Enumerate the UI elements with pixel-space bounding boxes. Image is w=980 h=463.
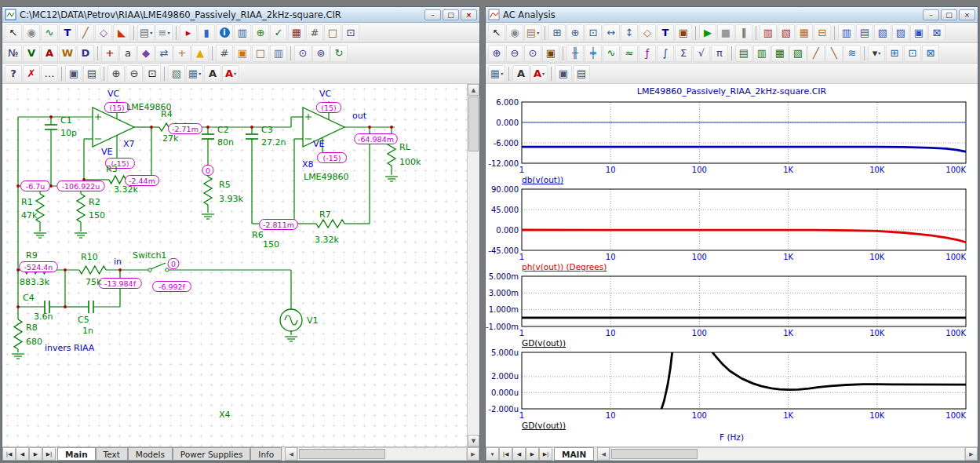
- zoom-out-icon[interactable]: ⊖: [126, 65, 143, 82]
- trace-label-1[interactable]: db(v(out)): [522, 175, 978, 185]
- overlap-icon[interactable]: ▨: [892, 24, 909, 42]
- check-icon[interactable]: ✓: [270, 24, 287, 42]
- measurement-bubble-b-r4[interactable]: -2.71m: [169, 124, 202, 134]
- restore-button[interactable]: □: [941, 9, 957, 20]
- nav-button-3[interactable]: ▶|: [42, 447, 56, 461]
- trace-label-3[interactable]: GD(v(out)): [522, 338, 978, 348]
- measurement-bubble-b-out[interactable]: -64.984m: [355, 134, 397, 144]
- label-vc1[interactable]: VC: [107, 89, 120, 99]
- label-c2-val[interactable]: 80n: [217, 137, 234, 148]
- label-r4-val[interactable]: 27k: [162, 133, 179, 144]
- tab-main[interactable]: Main: [57, 447, 96, 461]
- label-out-label[interactable]: out: [352, 111, 367, 121]
- select-mode-icon[interactable]: ↖: [5, 24, 22, 42]
- label-r3-val[interactable]: 3.32k: [114, 184, 138, 195]
- horizontal-scrollbar[interactable]: ◀ ▶: [285, 447, 479, 461]
- scroll-left-icon[interactable]: ◀: [597, 447, 610, 461]
- minimize-button[interactable]: –: [923, 9, 939, 20]
- measurement-bubble-b-vc2[interactable]: (15): [316, 103, 341, 113]
- nav-button-2[interactable]: ◀: [512, 447, 526, 461]
- label-r10-val[interactable]: 75k: [86, 277, 102, 287]
- label-r9-ref[interactable]: R9: [26, 250, 38, 261]
- label-invers[interactable]: invers RIAA: [45, 343, 95, 353]
- label-r8-ref[interactable]: R8: [26, 323, 38, 333]
- refresh-icon[interactable]: ↻: [330, 45, 348, 62]
- ac-analysis-titlebar[interactable]: AC Analysis –□×: [486, 7, 978, 23]
- cross-hair-icon[interactable]: +: [173, 45, 191, 62]
- scope-icon[interactable]: ⊞: [548, 24, 566, 42]
- label-r1-ref[interactable]: R1: [21, 197, 33, 207]
- file-menu-icon[interactable]: ▤▾: [524, 24, 541, 42]
- measurement-bubble-b-r9[interactable]: -524.4n: [20, 262, 58, 272]
- grid-icon[interactable]: #: [306, 24, 323, 42]
- watch-icon[interactable]: ⊟: [814, 24, 831, 42]
- sum-icon[interactable]: Σ: [675, 45, 692, 62]
- label-x8-ref[interactable]: X8: [302, 159, 314, 170]
- nav-button-1[interactable]: |◀: [499, 447, 512, 461]
- zoom-in-icon[interactable]: ⊕: [107, 65, 125, 82]
- label-v1-ref[interactable]: V1: [307, 315, 319, 326]
- globe-icon[interactable]: ⊕: [252, 24, 269, 42]
- analysis-horizontal-scrollbar[interactable]: ◀ ▶: [597, 447, 978, 461]
- label-r3-ref[interactable]: R3: [106, 164, 118, 174]
- zoom-in-icon[interactable]: ⊕: [488, 45, 505, 62]
- search-icon[interactable]: ⊙: [294, 45, 311, 62]
- graphics-mode-icon[interactable]: ◇: [95, 24, 112, 42]
- font-icon[interactable]: A: [512, 65, 530, 82]
- title-block-icon[interactable]: □: [252, 45, 269, 62]
- font-icon[interactable]: A: [204, 65, 221, 82]
- model-book-icon[interactable]: ▦: [288, 24, 305, 42]
- label-c3-val[interactable]: 27.2n: [261, 137, 286, 148]
- label-in-label[interactable]: in: [114, 257, 122, 267]
- label-r2-val[interactable]: 150: [89, 210, 105, 221]
- three-d-icon[interactable]: ▧: [789, 45, 807, 62]
- measurement-bubble-b-n1[interactable]: -6.7u: [21, 181, 50, 191]
- label-c5-val[interactable]: 1n: [82, 326, 93, 336]
- properties-icon[interactable]: ▣: [675, 24, 692, 42]
- measurement-bubble-b-r6[interactable]: -2.811m: [260, 220, 298, 230]
- measurement-bubble-b-sw0[interactable]: 0: [168, 259, 179, 269]
- label-c1-val[interactable]: 10p: [60, 128, 77, 138]
- scroll-down-icon[interactable]: ▼: [468, 435, 479, 447]
- label-rl-ref[interactable]: RL: [399, 142, 411, 152]
- horizontal-tag-icon[interactable]: ↔: [603, 24, 620, 42]
- flag-mode-icon[interactable]: ◣: [113, 24, 130, 42]
- paste-page-icon[interactable]: ▤: [83, 65, 100, 82]
- label-r2-ref[interactable]: R2: [89, 197, 100, 207]
- label-x4-ref[interactable]: X4: [219, 410, 231, 420]
- smoothing-icon[interactable]: ≈: [621, 45, 638, 62]
- pin-connections-icon[interactable]: +: [101, 45, 118, 62]
- paste-page-icon[interactable]: ▤: [573, 65, 590, 82]
- pin-numbers-icon[interactable]: ◆: [137, 45, 155, 62]
- measurement-bubble-b-ve2[interactable]: (-15): [318, 153, 347, 163]
- nav-button-1[interactable]: ◀: [16, 447, 29, 461]
- tab-text[interactable]: Text: [96, 447, 128, 461]
- tab-power-supplies[interactable]: Power Supplies: [173, 447, 251, 461]
- horizontal-scroll-thumb[interactable]: [299, 449, 385, 459]
- close-button[interactable]: ×: [461, 9, 477, 20]
- flag-icon[interactable]: ▸: [180, 24, 197, 42]
- nav-button-2[interactable]: ▶: [29, 447, 42, 461]
- measurement-bubble-b-vc1[interactable]: (15): [104, 103, 129, 113]
- help-button-icon[interactable]: ?: [5, 65, 22, 82]
- zoom-fit-icon[interactable]: ⊙: [524, 45, 541, 62]
- highlight-icon[interactable]: ▮: [198, 24, 215, 42]
- measurement-bubble-b-sw[interactable]: -6.992f: [153, 282, 191, 292]
- line-mode-icon[interactable]: ╱: [77, 24, 94, 42]
- label-ve1[interactable]: VE: [101, 147, 113, 157]
- sheet-icon[interactable]: □: [324, 24, 341, 42]
- info-icon[interactable]: i: [216, 24, 233, 42]
- border-icon[interactable]: ▣: [234, 45, 251, 62]
- vertical-scroll-thumb[interactable]: [468, 97, 479, 151]
- close-file-icon[interactable]: ✗: [23, 65, 40, 82]
- nav-button-4[interactable]: ▶|: [539, 447, 552, 461]
- minimize-button[interactable]: –: [424, 9, 441, 20]
- step-icon[interactable]: ⇄: [155, 45, 173, 62]
- label-r7-ref[interactable]: R7: [319, 210, 331, 220]
- scroll-up-icon[interactable]: ▲: [468, 84, 479, 96]
- plot-block-4[interactable]: 5.000u2.000u0.000u-2.000u1101001K10K100K…: [486, 348, 978, 431]
- font-color-icon[interactable]: A▾: [222, 65, 239, 82]
- optimizer-icon[interactable]: ▦: [796, 24, 813, 42]
- label-vc2[interactable]: VC: [319, 89, 332, 99]
- label-switch-ref[interactable]: Switch1: [133, 250, 166, 261]
